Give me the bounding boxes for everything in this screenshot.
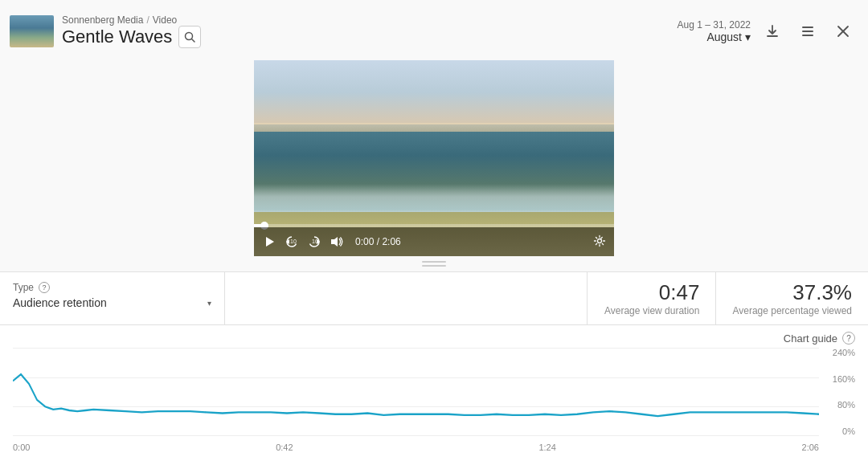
header-right: Aug 1 – 31, 2022 August ▾ [678, 19, 855, 43]
download-icon [764, 23, 780, 39]
rewind-icon: 10 [285, 235, 298, 248]
drag-line-1 [422, 261, 446, 263]
y-label-240: 240% [833, 348, 855, 357]
month-dropdown[interactable]: August ▾ [706, 31, 751, 43]
header: Sonnenberg Media / Video Gentle Waves [0, 0, 868, 60]
settings-icon [593, 234, 606, 247]
more-icon [800, 23, 816, 39]
search-icon [184, 31, 195, 43]
title-area: Sonnenberg Media / Video Gentle Waves [62, 14, 201, 48]
chart-header: Chart guide ? [13, 332, 855, 345]
svg-rect-2 [802, 27, 813, 28]
month-label: August [706, 31, 742, 43]
page-title: Gentle Waves [62, 27, 172, 47]
chart-y-labels: 240% 160% 80% 0% [823, 348, 855, 436]
drag-handle[interactable] [0, 256, 868, 271]
chart-section: Chart guide ? 240% 160% [0, 325, 868, 469]
close-icon [837, 25, 850, 38]
video-section: 10 10 [0, 60, 868, 256]
search-button[interactable] [178, 26, 201, 48]
close-button[interactable] [831, 19, 855, 43]
avg-pct-value: 37.3% [792, 280, 852, 305]
volume-icon [330, 236, 343, 247]
video-thumbnail [10, 15, 54, 47]
type-dropdown-container: Type ? Audience retention ▾ [0, 272, 225, 324]
y-label-160: 160% [833, 374, 855, 384]
svg-marker-7 [266, 237, 274, 247]
svg-rect-3 [802, 31, 813, 32]
date-range: Aug 1 – 31, 2022 [678, 19, 751, 31]
total-time: 2:06 [382, 236, 400, 247]
chart-guide-help-icon[interactable]: ? [842, 332, 855, 345]
y-label-0: 0% [842, 426, 855, 436]
chart-x-labels: 0:00 0:42 1:24 2:06 [13, 442, 819, 452]
avg-duration-label: Average view duration [604, 305, 700, 316]
time-separator: / [377, 236, 379, 247]
breadcrumb: Sonnenberg Media / Video [62, 14, 201, 26]
type-label-row: Type ? [13, 282, 211, 293]
forward-icon: 10 [308, 235, 321, 248]
avg-pct-label: Average percentage viewed [732, 305, 852, 316]
x-label-042: 0:42 [276, 442, 293, 452]
time-display: 0:00 / 2:06 [355, 236, 401, 247]
video-controls: 10 10 [254, 227, 614, 256]
download-button[interactable] [760, 19, 784, 43]
date-filter: Aug 1 – 31, 2022 August ▾ [678, 19, 751, 43]
breadcrumb-separator: / [146, 14, 149, 26]
svg-text:10: 10 [312, 239, 318, 244]
video-title-row: Gentle Waves [62, 26, 201, 48]
x-label-000: 0:00 [13, 442, 30, 452]
header-left: Sonnenberg Media / Video Gentle Waves [10, 14, 201, 48]
type-help-icon[interactable]: ? [39, 282, 50, 293]
video-wrapper: 10 10 [254, 60, 614, 256]
video-player[interactable]: 10 10 [254, 60, 614, 256]
type-stats-row: Type ? Audience retention ▾ 0:47 Average… [0, 271, 868, 325]
svg-point-13 [598, 239, 602, 243]
drag-lines [422, 261, 446, 267]
avg-duration-value: 0:47 [659, 280, 700, 305]
drag-line-2 [422, 265, 446, 267]
x-label-124: 1:24 [538, 442, 555, 452]
settings-button[interactable] [593, 234, 606, 250]
stats-spacer [225, 272, 587, 324]
chart-help-mark: ? [846, 334, 851, 343]
svg-text:10: 10 [290, 239, 297, 244]
avg-pct-stat: 37.3% Average percentage viewed [715, 272, 868, 324]
video-sky [254, 60, 614, 124]
rewind-button[interactable]: 10 [285, 234, 299, 249]
more-options-button[interactable] [796, 19, 820, 43]
x-label-206: 2:06 [802, 442, 819, 452]
retention-chart [13, 348, 819, 452]
current-time: 0:00 [355, 236, 374, 247]
dropdown-arrow-icon: ▾ [207, 299, 211, 308]
play-button[interactable] [262, 234, 276, 249]
volume-button[interactable] [330, 234, 344, 249]
type-select-row[interactable]: Audience retention ▾ [13, 296, 211, 309]
chevron-down-icon: ▾ [745, 31, 751, 43]
chart-guide-label: Chart guide [784, 332, 837, 345]
svg-line-1 [192, 39, 195, 42]
y-label-80: 80% [837, 400, 855, 410]
avg-duration-stat: 0:47 Average view duration [587, 272, 715, 324]
help-question-mark: ? [43, 283, 47, 292]
forward-button[interactable]: 10 [307, 234, 321, 249]
svg-rect-4 [802, 35, 813, 36]
breadcrumb-child[interactable]: Video [153, 14, 177, 26]
play-icon [264, 236, 275, 247]
type-value: Audience retention [13, 296, 107, 309]
chart-container: 240% 160% 80% 0% 0:00 0:42 1:24 2:06 [13, 348, 855, 452]
type-label: Type [13, 282, 34, 293]
breadcrumb-parent[interactable]: Sonnenberg Media [62, 14, 143, 26]
video-wave [254, 184, 614, 216]
svg-marker-12 [331, 237, 338, 247]
header-icons [760, 19, 855, 43]
